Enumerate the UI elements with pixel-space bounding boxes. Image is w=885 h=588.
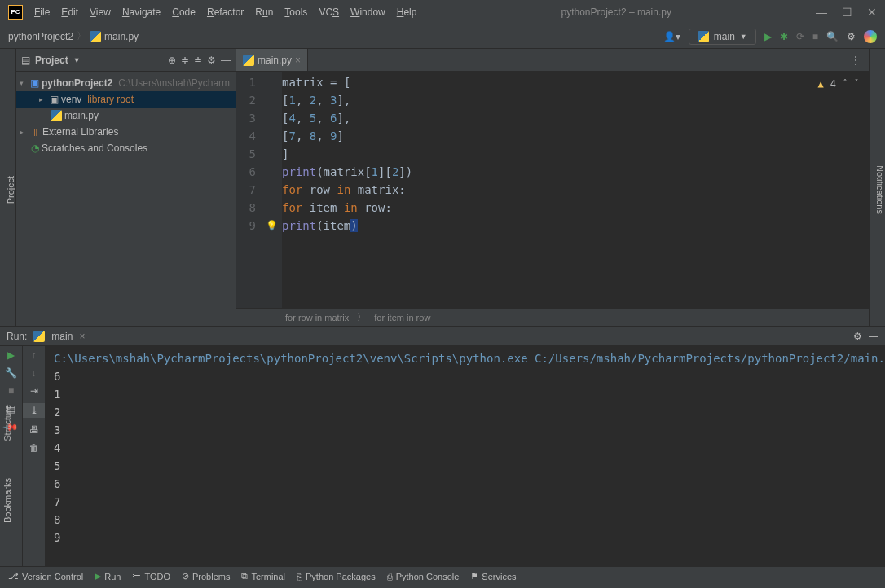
gutter-icons: 💡	[261, 72, 282, 308]
menu-view[interactable]: View	[90, 7, 111, 18]
sidebar-left-structure[interactable]: Structure	[2, 405, 12, 441]
menu-tools[interactable]: Tools	[284, 7, 307, 18]
add-user-icon[interactable]: 👤▾	[663, 31, 680, 42]
run-toolbar-1: ▶ 🔧 ■ ▤ 📌	[0, 346, 23, 566]
close-run-tab-icon[interactable]: ×	[79, 331, 85, 342]
menu-refactor[interactable]: Refactor	[207, 7, 244, 18]
bc-segment-2[interactable]: for item in row	[374, 313, 430, 323]
console-cmd: C:\Users\mshah\PycharmProjects\pythonPro…	[54, 352, 885, 365]
menu-window[interactable]: Window	[350, 7, 385, 18]
hide-run-panel-icon[interactable]: —	[869, 331, 878, 342]
debug-button-icon[interactable]: ✱	[780, 31, 788, 42]
code-body[interactable]: matrix = [ [1, 2, 3], [4, 5, 6], [7, 8, …	[282, 72, 412, 308]
expand-all-icon[interactable]: ≑	[181, 55, 189, 66]
settings-gear-icon[interactable]: ⚙	[847, 31, 856, 42]
console-line: 3	[54, 423, 60, 437]
close-tab-icon[interactable]: ×	[295, 55, 301, 66]
tree-ext-libs-label: External Libraries	[42, 126, 118, 138]
tw-python-packages[interactable]: ⎘Python Packages	[297, 572, 376, 581]
tree-file-main[interactable]: main.py	[16, 108, 236, 124]
problems-icon: ⊘	[182, 571, 189, 581]
panel-settings-gear-icon[interactable]: ⚙	[207, 55, 216, 66]
menu-help[interactable]: Help	[397, 7, 417, 18]
lightbulb-icon[interactable]: 💡	[266, 217, 278, 235]
python-file-icon	[33, 331, 45, 342]
tree-scratches[interactable]: ◔ Scratches and Consoles	[16, 140, 236, 156]
clear-all-icon[interactable]: 🗑	[29, 442, 39, 454]
run-config-selector[interactable]: main ▼	[689, 29, 756, 45]
pycharm-logo-icon: PC	[8, 5, 23, 20]
run-settings-gear-icon[interactable]: ⚙	[853, 331, 862, 342]
close-icon[interactable]: ✕	[867, 6, 877, 19]
select-opened-file-icon[interactable]: ⊕	[168, 55, 176, 66]
services-icon: ⚑	[470, 571, 478, 581]
wrench-icon[interactable]: 🔧	[5, 367, 17, 379]
project-tool-tab[interactable]: Project	[6, 176, 15, 204]
run-panel-config[interactable]: main	[51, 331, 73, 342]
tw-terminal[interactable]: ⧉Terminal	[241, 571, 285, 581]
menu-vcs[interactable]: VCS	[319, 7, 339, 18]
coverage-icon[interactable]: ⟳	[796, 31, 804, 42]
inspection-widget[interactable]: ▲ 4 ˆ ˇ	[817, 75, 859, 93]
chevron-down-icon: ▾	[20, 79, 28, 87]
chevron-down-icon[interactable]: ˇ	[854, 75, 859, 93]
editor-more-icon[interactable]: ⋮	[851, 55, 861, 66]
run-button-icon[interactable]: ▶	[764, 31, 772, 42]
warning-icon: ▲	[817, 75, 823, 93]
print-icon[interactable]: 🖶	[29, 424, 39, 436]
up-arrow-icon[interactable]: ↑	[32, 349, 37, 361]
tw-todo[interactable]: ≔TODO	[132, 571, 170, 581]
tree-root-label: pythonProject2	[42, 77, 112, 89]
python-file-icon	[51, 110, 62, 121]
tree-ext-libs[interactable]: ▸ ⫼ External Libraries	[16, 124, 236, 140]
search-icon[interactable]: 🔍	[826, 31, 839, 42]
tree-venv[interactable]: ▸ ▣ venv library root	[16, 91, 236, 108]
project-tree: ▾ ▣ pythonProject2 C:\Users\mshah\Pychar…	[16, 72, 236, 160]
chevron-right-icon: 〉	[77, 29, 86, 43]
breadcrumb: pythonProject2 〉 main.py	[8, 29, 139, 43]
console-line: 9	[54, 531, 60, 544]
sidebar-left-bookmarks[interactable]: Bookmarks	[2, 478, 12, 523]
stop-button-icon[interactable]: ■	[812, 31, 818, 42]
editor-tab-main[interactable]: main.py ×	[236, 49, 308, 71]
tw-problems[interactable]: ⊘Problems	[182, 571, 230, 581]
editor: main.py × ⋮ 123456789 💡 matrix = [ [1, 2…	[236, 49, 869, 326]
soft-wrap-icon[interactable]: ⇥	[30, 385, 38, 397]
rerun-icon[interactable]: ▶	[7, 349, 15, 361]
minimize-icon[interactable]: —	[816, 6, 827, 19]
breadcrumb-file[interactable]: main.py	[104, 31, 139, 42]
run-panel-header: Run: main × ⚙ —	[0, 327, 885, 346]
scroll-to-end-icon[interactable]: ⤓	[23, 403, 45, 418]
collapse-all-icon[interactable]: ≐	[194, 55, 202, 66]
run-config-label: main	[714, 31, 735, 42]
down-arrow-icon[interactable]: ↓	[32, 367, 37, 379]
chevron-up-icon[interactable]: ˆ	[843, 75, 848, 93]
tree-root[interactable]: ▾ ▣ pythonProject2 C:\Users\mshah\Pychar…	[16, 75, 236, 91]
menu-code[interactable]: Code	[172, 7, 196, 18]
menu-file[interactable]: File	[34, 7, 50, 18]
tw-version-control[interactable]: ⎇Version Control	[8, 571, 83, 581]
code-area[interactable]: 123456789 💡 matrix = [ [1, 2, 3], [4, 5,…	[236, 72, 869, 308]
maximize-icon[interactable]: ☐	[842, 6, 852, 19]
hide-panel-icon[interactable]: —	[221, 55, 231, 66]
project-panel-header: ▤ Project ▼ ⊕ ≑ ≐ ⚙ —	[16, 49, 236, 72]
main-area: Project ▤ Project ▼ ⊕ ≑ ≐ ⚙ — ▾ ▣ python…	[0, 49, 885, 326]
tw-run[interactable]: ▶Run	[95, 571, 121, 581]
console-line: 2	[54, 406, 60, 419]
tw-python-console[interactable]: ⎙Python Console	[387, 572, 460, 581]
terminal-icon: ⧉	[241, 571, 248, 581]
git-branch-icon: ⎇	[8, 571, 19, 581]
notifications-tool-tab[interactable]: Notifications	[875, 165, 885, 214]
menu-run[interactable]: Run	[255, 7, 273, 18]
ide-services-icon[interactable]	[864, 30, 877, 43]
main-menu: File Edit View Navigate Code Refactor Ru…	[34, 7, 416, 18]
menu-edit[interactable]: Edit	[61, 7, 78, 18]
menu-navigate[interactable]: Navigate	[122, 7, 161, 18]
tree-venv-label: venv	[61, 94, 81, 105]
bc-segment-1[interactable]: for row in matrix	[285, 313, 349, 323]
breadcrumb-project[interactable]: pythonProject2	[8, 31, 73, 42]
chevron-down-icon[interactable]: ▼	[73, 56, 81, 64]
tw-services[interactable]: ⚑Services	[470, 571, 516, 581]
console-output[interactable]: C:\Users\mshah\PycharmProjects\pythonPro…	[46, 346, 885, 566]
stop-icon[interactable]: ■	[8, 385, 14, 397]
